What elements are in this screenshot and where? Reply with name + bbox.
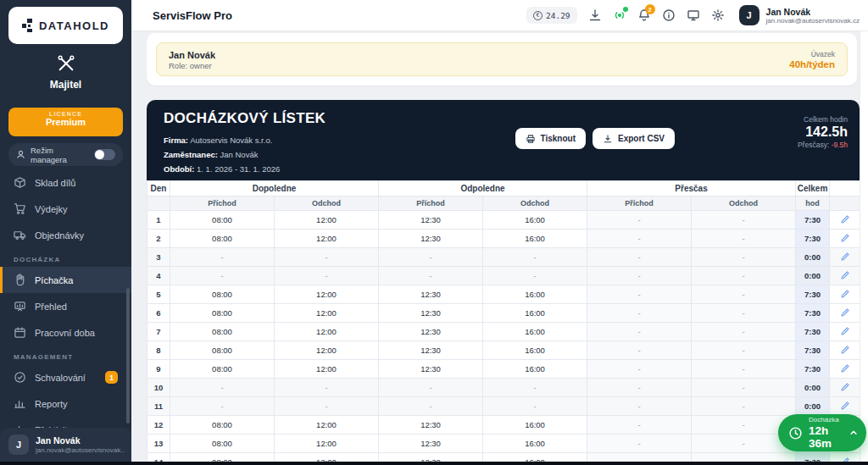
timesheet-meta: Firma: Autoservis Novák s.r.o. Zaměstnan…	[164, 133, 843, 176]
edit-cell	[830, 341, 860, 360]
user-email: jan.novak@autoservisnovak....	[36, 446, 125, 454]
edit-row-icon[interactable]	[840, 363, 850, 374]
time-cell: 12:30	[379, 304, 483, 323]
bar-chart-icon	[14, 397, 26, 410]
user-name: Jan Novák	[766, 7, 860, 17]
day-number: 5	[147, 285, 170, 304]
licence-button[interactable]: LICENCE Premium	[8, 108, 123, 136]
obdobi-value: 1. 1. 2026 - 31. 1. 2026	[197, 164, 280, 174]
currency-rate-pill[interactable]: € 24.29	[526, 7, 577, 24]
edit-row-icon[interactable]	[840, 382, 850, 392]
table-row: 11------0:00	[147, 397, 860, 416]
sub-header-empty	[147, 197, 170, 211]
total-hours-label: Celkem hodin	[798, 115, 848, 124]
sidebar-item-sklad-dilu[interactable]: Sklad dílů	[0, 169, 131, 196]
zamestnanec-label: Zaměstnanec:	[164, 150, 218, 159]
edit-row-icon[interactable]	[840, 326, 850, 336]
time-cell: 08:00	[170, 435, 275, 453]
edit-cell	[830, 304, 860, 323]
sidebar-scrollbar-thumb[interactable]	[126, 288, 130, 423]
overtime-cell: -	[692, 211, 796, 230]
time-cell: 16:00	[483, 211, 587, 230]
edit-cell	[830, 379, 860, 397]
employee-card: Jan Novák Role: owner Úvazek 40h/týden	[147, 33, 857, 86]
edit-row-icon[interactable]	[840, 270, 850, 280]
sidebar-item-objednavky[interactable]: Objednávky	[0, 222, 131, 248]
table-row: 508:0012:0012:3016:00--7:30	[147, 285, 860, 304]
time-cell: 08:00	[170, 211, 275, 230]
manager-mode-toggle[interactable]	[94, 149, 115, 160]
sidebar-item-schvalovani[interactable]: Schvalování 1	[0, 364, 131, 390]
time-cell: 08:00	[170, 323, 275, 341]
edit-row-icon[interactable]	[840, 252, 850, 262]
employee-banner: Jan Novák Role: owner Úvazek 40h/týden	[156, 42, 848, 76]
page-scrollbar-track[interactable]	[860, 31, 868, 465]
sidebar-user-footer[interactable]: J Jan Novák jan.novak@autoservisnovak...…	[0, 428, 131, 462]
time-cell: 08:00	[170, 416, 275, 435]
download-icon[interactable]	[588, 8, 602, 22]
obdobi-label: Období:	[164, 164, 194, 174]
table-row: 608:0012:0012:3016:00--7:30	[147, 304, 860, 323]
table-sub-header-row: Příchod Odchod Příchod Odchod Příchod Od…	[147, 197, 860, 211]
logo[interactable]: DATAHOLD	[8, 7, 123, 44]
edit-cell	[830, 397, 860, 416]
timesheet-header: DOCHÁZKOVÝ LÍSTEK Firma: Autoservis Nová…	[147, 100, 860, 180]
toggle-knob	[95, 150, 104, 159]
overtime-cell: -	[692, 397, 796, 416]
broadcast-icon[interactable]	[613, 8, 626, 22]
time-cell: -	[379, 248, 483, 267]
topbar-user-menu[interactable]: J Jan Novák jan.novak@autoservisnovak.cz	[739, 5, 860, 25]
monitor-icon[interactable]	[687, 8, 700, 22]
edit-row-icon[interactable]	[840, 233, 850, 243]
bell-icon[interactable]: 2	[637, 8, 651, 22]
time-cell: 12:00	[275, 435, 379, 453]
sidebar-item-label: Pracovní doba	[35, 328, 95, 338]
time-cell: 12:30	[379, 285, 483, 304]
overtime-line: Přesčasy: -9.5h	[798, 141, 848, 149]
overtime-cell: -	[692, 267, 796, 285]
time-cell: -	[483, 267, 587, 285]
edit-row-icon[interactable]	[840, 289, 850, 299]
firma-label: Firma:	[164, 136, 188, 145]
attendance-fab[interactable]: Docházka 12h 36m	[778, 414, 866, 451]
total-cell: 7:30	[796, 304, 830, 323]
day-number: 13	[147, 435, 170, 453]
edit-row-icon[interactable]	[840, 401, 850, 411]
table-row: 108:0012:0012:3016:00--7:30	[147, 211, 860, 230]
time-cell: 12:00	[275, 304, 379, 323]
print-button[interactable]: Tisknout	[515, 128, 586, 149]
total-cell: 7:30	[796, 211, 830, 230]
topbar-actions: € 24.29 2 J Jan Novák jan.novak@autoserv…	[526, 5, 868, 25]
edit-row-icon[interactable]	[840, 345, 850, 355]
overtime-cell: -	[587, 267, 692, 285]
edit-cell	[830, 323, 860, 341]
day-number: 12	[147, 416, 170, 435]
sidebar-item-reporty[interactable]: Reporty	[0, 390, 131, 417]
total-cell: 7:30	[796, 360, 830, 379]
time-cell: -	[379, 267, 483, 285]
export-csv-button[interactable]: Export CSV	[593, 128, 675, 149]
main-content: Jan Novák Role: owner Úvazek 40h/týden D…	[131, 31, 868, 465]
sidebar-item-label: Schvalování	[35, 373, 86, 383]
time-cell: -	[379, 379, 483, 397]
table-row: 4------0:00	[147, 267, 860, 285]
sidebar-item-pracovni-doba[interactable]: Pracovní doba	[0, 319, 131, 346]
day-number: 10	[147, 379, 170, 397]
sub-header-prichod: Příchod	[379, 197, 483, 211]
overtime-cell: -	[587, 360, 692, 379]
time-cell: 12:30	[379, 360, 483, 379]
time-cell: 12:00	[275, 211, 379, 230]
sidebar-item-pichacka[interactable]: Píchačka	[0, 267, 131, 293]
topbar: ServisFlow Pro € 24.29 2 J Jan Novák jan…	[131, 0, 868, 31]
sidebar-item-prehled[interactable]: Přehled	[0, 293, 131, 319]
info-icon[interactable]	[662, 8, 676, 22]
edit-row-icon[interactable]	[840, 307, 850, 318]
overtime-cell: -	[692, 230, 796, 248]
gear-icon[interactable]	[711, 8, 725, 22]
table-row: 908:0012:0012:3016:00--7:30	[147, 360, 860, 379]
obdobi-line: Období: 1. 1. 2026 - 31. 1. 2026	[164, 162, 843, 176]
sidebar-item-vydejky[interactable]: Výdejky	[0, 196, 131, 222]
time-cell: 12:30	[379, 323, 483, 341]
edit-row-icon[interactable]	[840, 214, 850, 224]
total-hours-value: 142.5h	[798, 124, 848, 141]
